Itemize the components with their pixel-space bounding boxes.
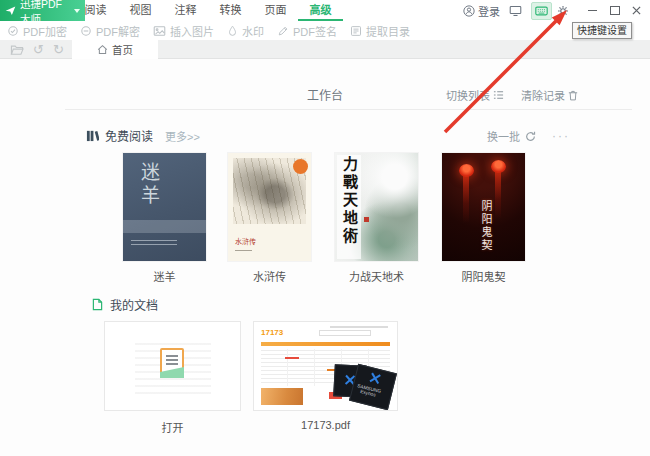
cover-title-text: 力戰天地術 <box>339 156 360 246</box>
book-title: 水浒传 <box>228 268 311 284</box>
chip-image: SAMSUNG Exynos <box>349 364 397 411</box>
refresh-icon[interactable] <box>525 131 536 142</box>
open-file-card: 打开 <box>104 321 241 435</box>
cover-title-text: 阴阳鬼契 <box>477 200 493 252</box>
menu-tab-annotate[interactable]: 注释 <box>163 0 208 21</box>
pdf-sign-label: PDF签名 <box>293 23 337 39</box>
book-cover-miyang[interactable]: 迷羊 <box>123 153 206 261</box>
home-tab-label: 首页 <box>112 42 133 57</box>
redo-icon[interactable]: ↻ <box>53 43 64 56</box>
free-reading-title: 免费阅读 <box>105 127 153 144</box>
cover-micro-text <box>131 237 177 245</box>
more-link[interactable]: 更多>> <box>165 128 200 144</box>
shortcut-settings-button[interactable] <box>531 2 552 20</box>
cover-title-text: 迷羊 <box>136 162 163 208</box>
books-icon <box>86 129 99 142</box>
circle-check-icon <box>7 25 19 37</box>
cover-micro-line <box>235 250 252 251</box>
document-icon <box>92 298 103 311</box>
book-title: 阴阳鬼契 <box>442 268 525 284</box>
clear-history-label: 清除记录 <box>521 87 565 103</box>
book-title: 力战天地术 <box>335 268 418 284</box>
divider <box>65 109 632 110</box>
home-icon <box>97 44 108 55</box>
recent-file-card: 17173 SAMSUNG Exynos 17173.pdf <box>253 321 398 431</box>
recent-file-name: 17173.pdf <box>253 419 398 431</box>
extract-toc-button[interactable]: 提取目录 <box>350 23 410 39</box>
book-cover-shuihuzhuan[interactable]: 水浒传 <box>228 153 311 261</box>
undo-icon[interactable]: ↺ <box>33 43 44 56</box>
window-controls <box>579 2 645 19</box>
book-cover-lizhantiandishu[interactable]: 力戰天地術 <box>335 153 418 261</box>
switch-list-label: 切换列表 <box>446 87 490 103</box>
circle-minus-icon <box>80 25 92 37</box>
menu-tab-view[interactable]: 视图 <box>118 0 163 21</box>
droplet-icon <box>227 25 238 37</box>
document-tab-strip: ↺ ↻ 首页 <box>0 40 650 59</box>
pen-icon <box>277 25 289 37</box>
settings-gear-icon[interactable] <box>557 2 569 19</box>
orange-sun <box>293 159 308 174</box>
watermark-button[interactable]: 水印 <box>227 23 264 39</box>
menu-tab-advanced[interactable]: 高级 <box>298 0 343 21</box>
insert-image-label: 插入图片 <box>170 23 214 39</box>
shuffle-label[interactable]: 换一批 <box>487 128 520 144</box>
cover-band <box>123 220 206 233</box>
shuffle-controls: 换一批 ··· <box>487 128 570 144</box>
shortcut-settings-tooltip: 快捷键设置 <box>572 22 632 39</box>
watermark-label: 水印 <box>242 23 264 39</box>
open-file-dropzone[interactable] <box>104 321 241 411</box>
more-dots-button[interactable]: ··· <box>552 132 570 140</box>
menu-tab-read[interactable]: 阅读 <box>73 0 118 21</box>
free-reading-header: 免费阅读 更多>> <box>86 127 200 144</box>
toc-list-icon <box>350 25 362 37</box>
close-button[interactable] <box>628 2 645 19</box>
list-view-icon <box>493 90 504 100</box>
thumb-nav-bar <box>261 342 390 346</box>
extract-toc-label: 提取目录 <box>366 23 410 39</box>
menu-tabs: 阅读 视图 注释 转换 页面 高级 <box>73 0 343 21</box>
pdf-decrypt-button[interactable]: PDF解密 <box>80 23 140 39</box>
titlebar: 迅捷PDF大师 阅读 视图 注释 转换 页面 高级 登录 <box>0 0 650 21</box>
book-card-shuihuzhuan: 水浒传 水浒传 <box>228 153 311 284</box>
switch-list-button[interactable]: 切换列表 <box>446 87 504 103</box>
open-file-icon[interactable] <box>10 44 24 56</box>
book-card-lizhantiandishu: 力戰天地術 力战天地术 <box>335 153 418 284</box>
my-documents-title: 我的文档 <box>110 296 158 313</box>
open-card-label: 打开 <box>104 419 241 435</box>
recent-file-thumbnail[interactable]: 17173 SAMSUNG Exynos <box>253 321 398 411</box>
minimize-button[interactable] <box>584 2 601 19</box>
thumb-image <box>261 388 303 405</box>
maximize-button[interactable] <box>606 2 623 19</box>
exynos-logo-icon <box>369 372 381 384</box>
pdf-sign-button[interactable]: PDF签名 <box>277 23 337 39</box>
insert-image-button[interactable]: 插入图片 <box>153 23 214 39</box>
open-document-icon <box>160 348 184 378</box>
trash-icon <box>568 90 578 101</box>
thumb-logo-text: 17173 <box>261 329 283 337</box>
red-seal <box>364 217 369 222</box>
advanced-ribbon: PDF加密 PDF解密 插入图片 水印 <box>0 21 650 40</box>
book-card-yinyangguiqi: 阴阳鬼契 阴阳鬼契 <box>442 153 525 284</box>
menu-tab-page[interactable]: 页面 <box>253 0 298 21</box>
user-icon <box>463 2 475 19</box>
pdf-decrypt-label: PDF解密 <box>96 23 140 39</box>
clear-history-button[interactable]: 清除记录 <box>521 87 578 103</box>
red-lantern <box>459 164 474 177</box>
login-button[interactable]: 登录 <box>463 2 500 19</box>
menu-tab-convert[interactable]: 转换 <box>208 0 253 21</box>
feedback-icon[interactable] <box>509 2 522 19</box>
book-card-miyang: 迷羊 迷羊 <box>123 153 206 284</box>
pdf-encrypt-button[interactable]: PDF加密 <box>7 23 67 39</box>
pdf-encrypt-label: PDF加密 <box>23 23 67 39</box>
image-icon <box>153 25 166 37</box>
red-lantern <box>491 160 506 173</box>
book-title: 迷羊 <box>123 268 206 284</box>
workspace-actions: 切换列表 清除记录 <box>446 87 578 103</box>
cover-title-text: 水浒传 <box>235 236 256 246</box>
book-cover-yinyangguiqi[interactable]: 阴阳鬼契 <box>442 153 525 261</box>
my-documents-header: 我的文档 <box>92 296 158 313</box>
home-tab[interactable]: 首页 <box>72 40 158 59</box>
login-label: 登录 <box>478 3 500 19</box>
paper-plane-logo-icon <box>5 5 16 16</box>
